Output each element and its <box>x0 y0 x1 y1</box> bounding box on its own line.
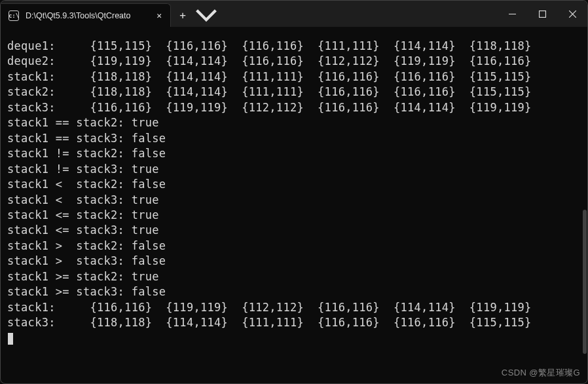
terminal-line: stack3: {118,118} {114,114} {111,111} {1… <box>7 315 581 330</box>
terminal-line: stack1 <= stack3: true <box>7 223 581 238</box>
titlebar-drag-area[interactable] <box>218 1 497 27</box>
minimize-button[interactable] <box>497 1 527 27</box>
close-button[interactable] <box>557 1 587 27</box>
tab-close-button[interactable]: ✕ <box>153 9 165 22</box>
tab-title: D:\Qt\Qt5.9.3\Tools\QtCreato <box>26 11 147 20</box>
watermark: CSDN @繁星璀璨G <box>502 367 580 379</box>
maximize-button[interactable] <box>527 1 557 27</box>
terminal-line: stack1: {118,118} {114,114} {111,111} {1… <box>7 69 581 85</box>
terminal-line: stack1 > stack2: false <box>7 239 581 254</box>
terminal-output[interactable]: deque1: {115,115} {116,116} {116,116} {1… <box>1 27 587 353</box>
terminal-line: stack1 > stack3: false <box>7 254 581 269</box>
scrollbar-thumb[interactable] <box>583 210 587 354</box>
terminal-line: stack1 < stack3: true <box>7 193 581 208</box>
terminal-line: stack2: {118,118} {114,114} {111,111} {1… <box>7 85 581 100</box>
terminal-line: stack1 < stack2: false <box>7 177 581 192</box>
terminal-line: deque1: {115,115} {116,116} {116,116} {1… <box>7 39 581 54</box>
terminal-line: stack1 != stack3: true <box>7 162 581 177</box>
titlebar: c:\ D:\Qt\Qt5.9.3\Tools\QtCreato ✕ + <box>1 1 587 27</box>
window-controls <box>497 1 587 27</box>
terminal-line: stack1 == stack2: true <box>7 115 581 130</box>
terminal-line: stack1 == stack3: false <box>7 131 581 146</box>
tab-dropdown-button[interactable] <box>194 3 218 27</box>
cmd-icon: c:\ <box>9 10 19 21</box>
terminal-line: stack1 <= stack2: true <box>7 208 581 223</box>
svg-rect-1 <box>539 10 545 17</box>
terminal-line: stack3: {116,116} {119,119} {112,112} {1… <box>7 100 581 115</box>
new-tab-button[interactable]: + <box>171 3 194 27</box>
terminal-line: stack1 != stack2: false <box>7 146 581 161</box>
active-tab[interactable]: c:\ D:\Qt\Qt5.9.3\Tools\QtCreato ✕ <box>1 3 171 27</box>
terminal-line: stack1 >= stack2: true <box>7 269 581 284</box>
terminal-line: stack1 >= stack3: false <box>7 284 581 299</box>
cursor <box>8 333 13 345</box>
prompt-line <box>7 331 581 346</box>
terminal-line: stack1: {116,116} {119,119} {112,112} {1… <box>7 300 581 315</box>
terminal-line: deque2: {119,119} {114,114} {116,116} {1… <box>7 54 581 69</box>
